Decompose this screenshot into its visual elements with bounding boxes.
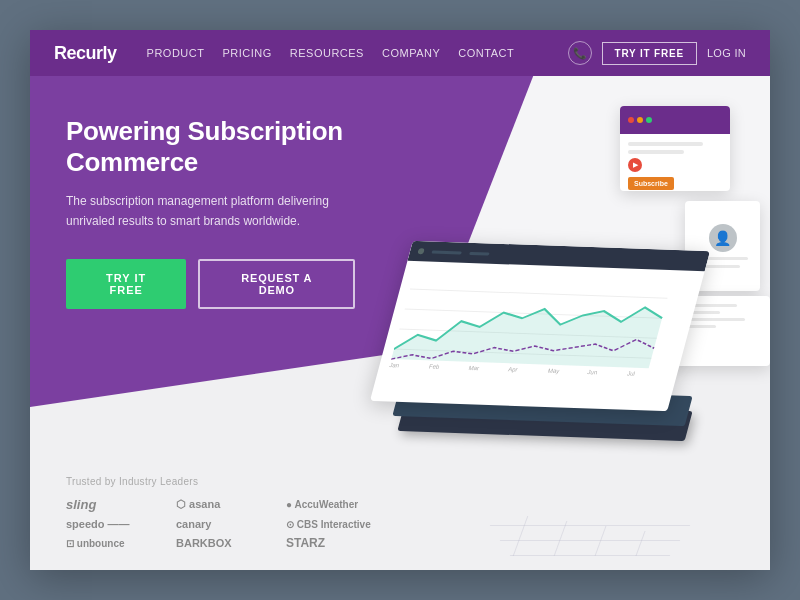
hero-subtitle: The subscription management platform del… xyxy=(66,192,346,230)
card-body: ▶ Subscribe xyxy=(620,134,730,191)
navbar: Recurly PRODUCT PRICING RESOURCES COMPAN… xyxy=(30,30,770,76)
svg-text:Mar: Mar xyxy=(468,364,480,371)
logo-unbounce: ⊡ unbounce xyxy=(66,536,166,550)
nav-company[interactable]: COMPANY xyxy=(382,47,440,59)
hero-buttons: TRY IT FREE REQUEST A DEMO xyxy=(66,259,355,309)
hero-section: Powering Subscription Commerce The subsc… xyxy=(30,76,770,570)
logo-speedo: speedo —— xyxy=(66,518,166,530)
browser-window: Recurly PRODUCT PRICING RESOURCES COMPAN… xyxy=(30,30,770,570)
nav-contact[interactable]: CONTACT xyxy=(458,47,514,59)
nav-try-free-button[interactable]: TRY IT FREE xyxy=(602,42,697,65)
chart-svg: Jan Feb Mar Apr May Jun Jul xyxy=(386,269,692,386)
svg-marker-4 xyxy=(391,299,665,368)
chart-area: Jan Feb Mar Apr May Jun Jul xyxy=(373,261,704,399)
try-free-button[interactable]: TRY IT FREE xyxy=(66,259,186,309)
logo-canary: canary xyxy=(176,518,276,530)
hero-illustration: ▶ Subscribe 👤 xyxy=(380,86,770,566)
svg-text:Jul: Jul xyxy=(626,370,635,377)
subscribe-button: Subscribe xyxy=(628,177,674,190)
request-demo-button[interactable]: REQUEST A DEMO xyxy=(198,259,355,309)
brand-logo: Recurly xyxy=(54,43,117,64)
layer-top: Jan Feb Mar Apr May Jun Jul xyxy=(370,241,710,411)
svg-text:Jan: Jan xyxy=(389,361,400,368)
trusted-section: Trusted by Industry Leaders sling ⬡ asan… xyxy=(66,476,386,550)
play-button[interactable]: ▶ xyxy=(628,158,642,172)
logo-sling: sling xyxy=(66,497,166,512)
grid-lines xyxy=(490,486,740,566)
trusted-label: Trusted by Industry Leaders xyxy=(66,476,386,487)
nav-pricing[interactable]: PRICING xyxy=(222,47,271,59)
svg-line-0 xyxy=(410,289,668,298)
nav-login-button[interactable]: LOG IN xyxy=(707,47,746,59)
avatar: 👤 xyxy=(709,224,737,252)
hero-title: Powering Subscription Commerce xyxy=(66,116,355,178)
logo-starz: STARZ xyxy=(286,536,386,550)
card-header xyxy=(620,106,730,134)
logos-grid: sling ⬡ asana ● AccuWeather speedo —— ca… xyxy=(66,497,386,550)
user-detail-line xyxy=(705,265,740,268)
float-card-browser: ▶ Subscribe xyxy=(620,106,730,191)
phone-icon[interactable]: 📞 xyxy=(568,41,592,65)
svg-text:Jun: Jun xyxy=(587,368,598,375)
svg-text:Apr: Apr xyxy=(508,365,519,372)
nav-right: 📞 TRY IT FREE LOG IN xyxy=(568,41,746,65)
svg-text:May: May xyxy=(547,367,561,374)
nav-resources[interactable]: RESOURCES xyxy=(290,47,364,59)
dashboard-illustration: Jan Feb Mar Apr May Jun Jul xyxy=(390,216,700,436)
logo-asana: ⬡ asana xyxy=(176,497,276,512)
logo-cbs: ⊙ CBS Interactive xyxy=(286,518,386,530)
logo-accuweather: ● AccuWeather xyxy=(286,497,386,512)
nav-product[interactable]: PRODUCT xyxy=(147,47,205,59)
svg-text:Feb: Feb xyxy=(428,363,441,370)
nav-links: PRODUCT PRICING RESOURCES COMPANY CONTAC… xyxy=(147,47,568,59)
logo-barkbox: BARKBOX xyxy=(176,536,276,550)
outer-frame: Recurly PRODUCT PRICING RESOURCES COMPAN… xyxy=(0,0,800,600)
